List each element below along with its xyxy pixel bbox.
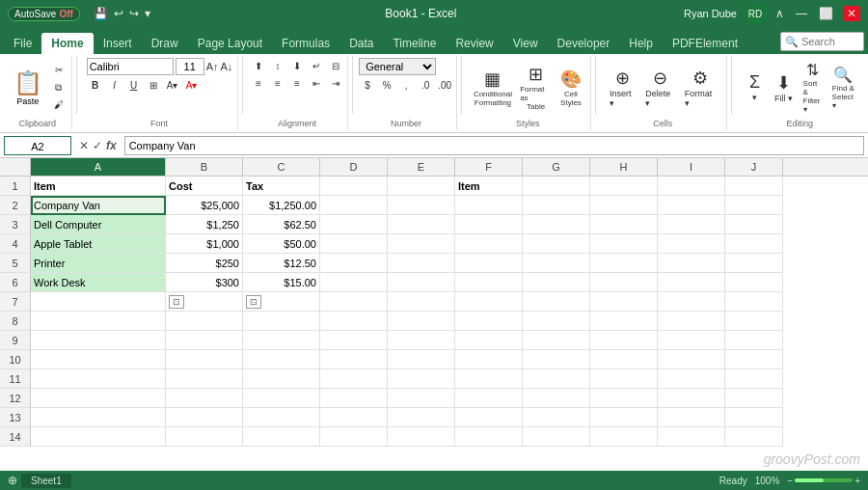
cell-5-H[interactable]	[590, 254, 658, 273]
cell-12-B[interactable]	[166, 389, 243, 408]
copy-button[interactable]: ⧉	[50, 80, 68, 95]
sort-filter-button[interactable]: ⇅ Sort & Filter ▾	[800, 59, 827, 116]
cell-12-J[interactable]	[725, 389, 783, 408]
cell-3-G[interactable]	[523, 215, 590, 234]
cell-12-G[interactable]	[523, 389, 590, 408]
font-size-input[interactable]	[176, 58, 204, 75]
cell-4-A[interactable]: Apple Tablet	[31, 234, 166, 254]
ribbon-toggle-icon[interactable]: ∧	[773, 6, 786, 21]
fill-color-button[interactable]: A▾	[164, 77, 181, 93]
cell-12-I[interactable]	[658, 389, 725, 408]
cell-13-J[interactable]	[725, 408, 783, 427]
row-num-7[interactable]: 7	[0, 292, 31, 312]
col-header-c[interactable]: C	[243, 158, 320, 176]
cell-14-G[interactable]	[523, 427, 590, 447]
cell-9-C[interactable]	[243, 331, 320, 350]
align-left-button[interactable]: ≡	[250, 75, 267, 91]
tab-page-layout[interactable]: Page Layout	[188, 33, 272, 54]
tab-draw[interactable]: Draw	[142, 33, 188, 54]
cell-5-G[interactable]	[523, 254, 590, 273]
cell-11-J[interactable]	[725, 369, 783, 389]
wrap-text-button[interactable]: ↵	[308, 58, 325, 73]
decrease-indent-button[interactable]: ⇤	[308, 75, 325, 91]
cell-6-C[interactable]: $15.00	[243, 273, 320, 292]
cell-styles-button[interactable]: 🎨 Cell Styles	[557, 67, 584, 109]
cell-6-G[interactable]	[523, 273, 590, 292]
cell-10-E[interactable]	[388, 350, 455, 369]
save-icon[interactable]: 💾	[92, 6, 110, 21]
find-select-button[interactable]: 🔍 Find & Select ▾	[828, 64, 858, 112]
autosave-toggle[interactable]: AutoSave Off	[8, 7, 80, 21]
cell-10-D[interactable]	[320, 350, 388, 369]
cell-6-F[interactable]	[455, 273, 523, 292]
cell-10-C[interactable]	[243, 350, 320, 369]
cancel-formula-icon[interactable]: ✕	[79, 139, 89, 152]
cell-14-C[interactable]	[243, 427, 320, 447]
cell-12-E[interactable]	[388, 389, 455, 408]
add-sheet-button[interactable]: ⊕	[8, 474, 17, 487]
cell-10-B[interactable]	[166, 350, 243, 369]
cell-14-A[interactable]	[31, 427, 166, 447]
cell-3-J[interactable]	[725, 215, 783, 234]
align-middle-button[interactable]: ↕	[269, 58, 286, 73]
cell-11-B[interactable]	[166, 369, 243, 389]
cell-13-I[interactable]	[658, 408, 725, 427]
cell-4-F[interactable]	[455, 234, 523, 254]
cell-2-D[interactable]	[320, 196, 388, 215]
cell-6-E[interactable]	[388, 273, 455, 292]
zoom-out-button[interactable]: −	[787, 476, 793, 486]
align-center-button[interactable]: ≡	[269, 75, 286, 91]
cell-1-D[interactable]	[320, 177, 388, 196]
formula-input[interactable]	[124, 136, 864, 155]
cell-3-E[interactable]	[388, 215, 455, 234]
cell-10-I[interactable]	[658, 350, 725, 369]
underline-button[interactable]: U	[125, 77, 143, 93]
col-header-e[interactable]: E	[388, 158, 455, 176]
cut-button[interactable]: ✂	[50, 63, 68, 78]
cell-8-C[interactable]	[243, 312, 320, 331]
align-bottom-button[interactable]: ⬇	[288, 58, 306, 73]
cell-5-D[interactable]	[320, 254, 388, 273]
user-avatar[interactable]: RD	[745, 3, 766, 24]
cell-1-B[interactable]: Cost	[166, 177, 243, 196]
cell-9-E[interactable]	[388, 331, 455, 350]
row-num-14[interactable]: 14	[0, 427, 31, 447]
cell-14-D[interactable]	[320, 427, 388, 447]
cell-8-G[interactable]	[523, 312, 590, 331]
cell-6-B[interactable]: $300	[166, 273, 243, 292]
cell-12-A[interactable]	[31, 389, 166, 408]
increase-decimal-button[interactable]: .00	[436, 77, 453, 93]
cell-12-C[interactable]	[243, 389, 320, 408]
col-header-b[interactable]: B	[166, 158, 243, 176]
format-painter-button[interactable]: 🖌	[50, 97, 68, 113]
cell-9-B[interactable]	[166, 331, 243, 350]
tab-help[interactable]: Help	[619, 33, 663, 54]
cell-1-A[interactable]: Item	[31, 177, 166, 196]
tab-insert[interactable]: Insert	[94, 33, 142, 54]
cell-12-D[interactable]	[320, 389, 388, 408]
cell-5-J[interactable]	[725, 254, 783, 273]
search-input[interactable]	[801, 36, 859, 47]
insert-cells-button[interactable]: ⊕ Insert ▾	[606, 66, 639, 110]
font-name-input[interactable]	[87, 58, 174, 75]
cell-13-D[interactable]	[320, 408, 388, 427]
tab-review[interactable]: Review	[446, 33, 502, 54]
cell-8-A[interactable]	[31, 312, 166, 331]
col-header-d[interactable]: D	[320, 158, 388, 176]
col-header-h[interactable]: H	[590, 158, 658, 176]
cell-9-D[interactable]	[320, 331, 388, 350]
font-shrink-button[interactable]: A↓	[220, 59, 232, 74]
cell-14-B[interactable]	[166, 427, 243, 447]
col-header-a[interactable]: A	[31, 158, 166, 176]
restore-icon[interactable]: ⬜	[817, 6, 835, 21]
cell-9-H[interactable]	[590, 331, 658, 350]
row-num-8[interactable]: 8	[0, 312, 31, 331]
cell-4-D[interactable]	[320, 234, 388, 254]
row-num-12[interactable]: 12	[0, 389, 31, 408]
conditional-formatting-button[interactable]: ▦ Conditional Formatting	[472, 67, 514, 109]
cell-7-F[interactable]	[455, 292, 523, 312]
italic-button[interactable]: I	[106, 77, 123, 93]
cell-2-H[interactable]	[590, 196, 658, 215]
cell-2-I[interactable]	[658, 196, 725, 215]
bold-button[interactable]: B	[87, 77, 104, 93]
